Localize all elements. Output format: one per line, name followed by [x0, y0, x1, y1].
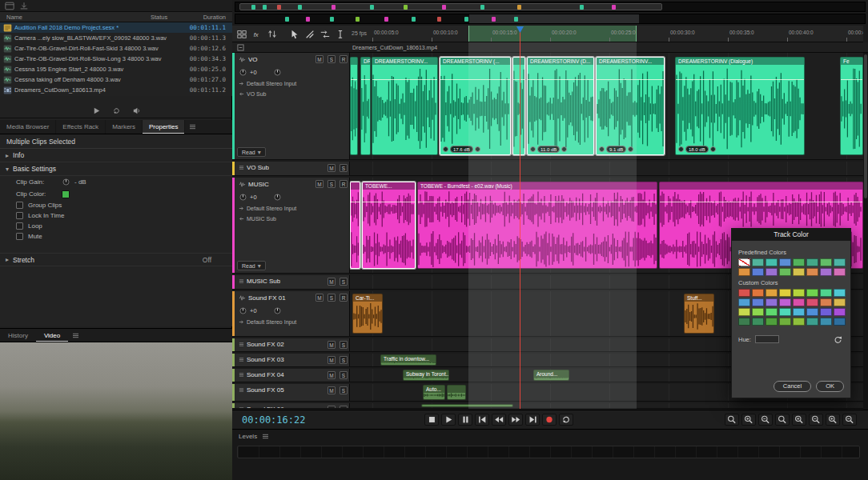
- zoom-in-point-button[interactable]: [826, 414, 840, 426]
- volume-envelope[interactable]: [372, 79, 437, 80]
- solo-button[interactable]: S: [340, 341, 348, 349]
- track-header[interactable]: Sound FX 02MS: [232, 338, 350, 352]
- audio-clip[interactable]: DREAMERSTORINV...: [372, 57, 438, 155]
- preview-play-button[interactable]: [92, 106, 101, 115]
- audio-clip[interactable]: DREAMERSTORINV (Dialogue)18.0 dB: [675, 57, 805, 155]
- column-name[interactable]: Name: [0, 14, 151, 21]
- solo-button[interactable]: S: [340, 386, 348, 394]
- color-swatch[interactable]: [752, 258, 764, 266]
- color-swatch[interactable]: [806, 258, 818, 266]
- color-swatch[interactable]: [806, 268, 818, 276]
- volume-envelope[interactable]: [513, 79, 524, 80]
- audio-clip[interactable]: Fe: [840, 57, 863, 155]
- track-input-row[interactable]: Default Stereo Input: [232, 203, 349, 214]
- clip-fx-icon[interactable]: [443, 146, 448, 152]
- tab-effects-rack[interactable]: Effects Rack: [56, 120, 106, 134]
- mute-button[interactable]: M: [328, 386, 336, 394]
- track-input-row[interactable]: Default Stereo Input: [232, 317, 349, 327]
- color-swatch[interactable]: [738, 298, 750, 306]
- skip-to-end-button[interactable]: [525, 414, 540, 426]
- color-swatch[interactable]: [793, 298, 805, 306]
- arm-button[interactable]: R: [340, 294, 348, 302]
- fast-forward-button[interactable]: [508, 414, 523, 426]
- mute-button[interactable]: M: [328, 371, 336, 379]
- file-row[interactable]: Camera ...ely slow_BLASTWAVEFX_09092 480…: [0, 33, 232, 43]
- file-row[interactable]: Cessna 195 Engine Start_2 48000 3.wav00:…: [0, 64, 232, 74]
- track-name[interactable]: Sound FX 04: [247, 371, 284, 378]
- info-section-header[interactable]: ▸ Info: [0, 149, 232, 162]
- volume-envelope[interactable]: [660, 202, 862, 202]
- color-swatch[interactable]: [806, 298, 818, 306]
- knob-icon[interactable]: [273, 193, 282, 202]
- color-swatch[interactable]: [738, 289, 750, 297]
- file-row[interactable]: Audition Fall 2018 Demo Project.sesx *00…: [0, 22, 232, 33]
- no-color-swatch[interactable]: [738, 258, 750, 266]
- color-swatch[interactable]: [766, 298, 778, 306]
- option-mute[interactable]: Mute: [0, 231, 232, 242]
- color-swatch[interactable]: [793, 289, 805, 297]
- option-loop[interactable]: Loop: [0, 221, 232, 231]
- skip-to-start-button[interactable]: [475, 414, 489, 426]
- clip-fx-icon[interactable]: [599, 146, 605, 152]
- color-swatch[interactable]: [834, 258, 846, 266]
- file-row[interactable]: Car-Tire-OB-Gravel-Dirt-Roll-Fast-Skid 3…: [0, 43, 232, 54]
- knob-icon[interactable]: [239, 306, 247, 315]
- zoom-to-selection-button[interactable]: [775, 414, 790, 426]
- mute-button[interactable]: M: [315, 180, 323, 188]
- color-swatch[interactable]: [779, 308, 791, 316]
- file-row[interactable]: Cessna taking off Denham 48000 3.wav00:0…: [0, 74, 232, 85]
- playhead-line[interactable]: [520, 26, 520, 409]
- color-swatch[interactable]: [793, 318, 805, 326]
- track-name[interactable]: MUSIC: [248, 181, 269, 188]
- mute-button[interactable]: M: [328, 341, 336, 349]
- clip-stretch-icon[interactable]: [561, 146, 567, 152]
- zoom-out-horizontal-button[interactable]: [758, 414, 773, 426]
- volume-envelope[interactable]: [841, 79, 862, 80]
- audio-clip[interactable]: Car-Ti...: [352, 294, 383, 334]
- color-swatch[interactable]: [793, 268, 805, 276]
- volume-envelope[interactable]: [361, 79, 370, 80]
- import-icon[interactable]: [19, 2, 29, 10]
- video-track-row[interactable]: Dreamers_CutDown_180613.mp4: [232, 42, 868, 53]
- mute-button[interactable]: M: [328, 278, 336, 286]
- mute-button[interactable]: M: [328, 406, 336, 410]
- color-swatch[interactable]: [766, 258, 778, 266]
- solo-button[interactable]: S: [328, 180, 336, 188]
- panel-menu-icon[interactable]: [68, 333, 83, 338]
- volume-envelope[interactable]: [597, 79, 664, 80]
- volume-envelope[interactable]: [440, 79, 510, 80]
- automation-mode-dropdown[interactable]: Read▾: [237, 147, 266, 157]
- option-group-clips[interactable]: Group Clips: [0, 200, 232, 210]
- cancel-button[interactable]: Cancel: [774, 381, 811, 392]
- tab-history[interactable]: History: [0, 329, 36, 342]
- ok-button[interactable]: OK: [816, 381, 844, 392]
- volume-envelope[interactable]: [528, 79, 593, 80]
- color-swatch[interactable]: [779, 258, 791, 266]
- scrollbar-handle[interactable]: [864, 54, 867, 198]
- color-swatch[interactable]: [834, 318, 846, 326]
- arm-button[interactable]: R: [340, 55, 348, 63]
- clip-stretch-icon[interactable]: [710, 146, 716, 152]
- audio-clip[interactable]: [350, 57, 358, 155]
- color-swatch[interactable]: [766, 289, 778, 297]
- slip-tool-button[interactable]: [319, 27, 332, 40]
- audio-clip[interactable]: Auto...: [423, 385, 445, 400]
- knob-icon[interactable]: [239, 68, 247, 77]
- audio-clip[interactable]: DREAMERSTORINV (D...11.0 dB: [527, 57, 594, 155]
- color-swatch[interactable]: [793, 308, 805, 316]
- zoom-out-point-button[interactable]: [842, 414, 857, 426]
- volume-envelope[interactable]: [418, 202, 657, 202]
- tab-properties[interactable]: Properties: [143, 120, 185, 134]
- preview-loop-button[interactable]: [112, 106, 121, 115]
- color-swatch[interactable]: [834, 268, 846, 276]
- video-track-collapse-icon[interactable]: [237, 44, 244, 51]
- time-selection-tool-button[interactable]: [334, 27, 347, 40]
- mute-button[interactable]: M: [315, 294, 323, 302]
- track-name[interactable]: Sound FX 02: [247, 341, 284, 348]
- color-swatch[interactable]: [806, 318, 818, 326]
- color-swatch[interactable]: [779, 268, 791, 276]
- file-row[interactable]: Car-Tire-OB-Gravel-Dirt-Roll-Slow-Long 3…: [0, 54, 232, 64]
- stretch-section-header[interactable]: ▸ Stretch Off: [0, 253, 232, 266]
- audio-clip[interactable]: DRE...: [360, 57, 371, 155]
- clip-color-swatch[interactable]: [62, 190, 70, 198]
